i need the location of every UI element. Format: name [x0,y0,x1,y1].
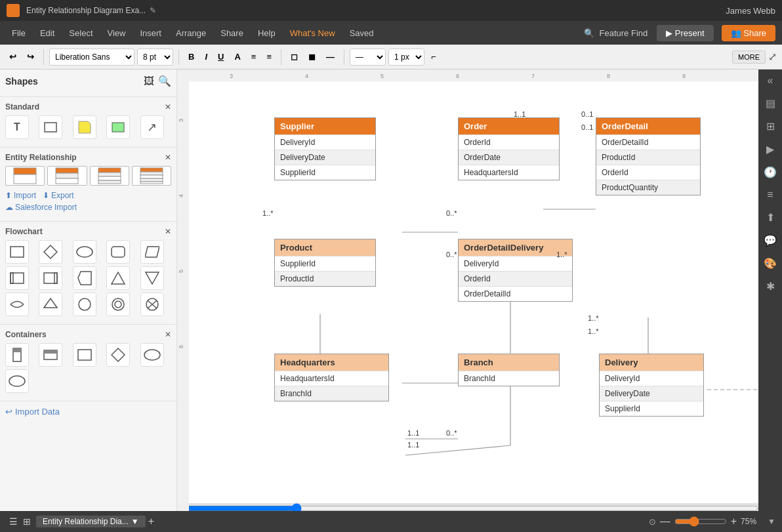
import-data-button[interactable]: ↩ Import Data [5,407,60,417]
cont-shape-2[interactable] [39,343,62,367]
fc-shape-6[interactable] [5,266,29,290]
connector-button[interactable]: ⌐ [427,49,440,64]
font-name-select[interactable]: Liberation Sans [49,49,134,66]
entity-headquarters[interactable]: Headquarters HeadquartersId BranchId [274,354,389,401]
menu-whats-new[interactable]: What's New [285,26,340,41]
rp-clock-icon[interactable]: 🕐 [764,166,777,178]
zoom-reset-icon[interactable]: ⊙ [649,517,656,527]
shape-arrow[interactable]: ↗ [140,115,164,139]
add-page-button[interactable]: + [148,516,154,527]
view-list-button[interactable]: ☰ [7,516,20,527]
italic-button[interactable]: I [201,49,211,64]
er-shape-4[interactable] [132,166,171,186]
zoom-in-button[interactable]: + [731,516,737,527]
fc-shape-1[interactable] [5,240,29,264]
menu-insert[interactable]: Insert [134,26,167,41]
entity-order[interactable]: Order OrderId OrderDate HeadquartersId [458,117,560,180]
entity-delivery[interactable]: Delivery DeliveryId DeliveryDate Supplie… [599,354,704,417]
rp-play-icon[interactable]: ▶ [766,143,774,155]
menu-view[interactable]: View [102,26,131,41]
cont-shape-6[interactable] [5,369,29,393]
fc-shape-10[interactable] [140,266,164,290]
menu-file[interactable]: File [7,26,31,41]
canvas-scroll-slider[interactable] [177,503,758,511]
cont-shape-1[interactable] [5,343,29,367]
cont-shape-4[interactable] [106,343,130,367]
entity-product[interactable]: Product SupplierId ProductId [274,239,376,287]
containers-close[interactable]: ✕ [165,330,171,339]
bold-button[interactable]: B [184,49,198,64]
fc-shape-2[interactable] [39,240,62,264]
menu-help[interactable]: Help [253,26,281,41]
canvas-scrollbar[interactable] [177,503,758,511]
rp-palette-icon[interactable]: 🎨 [764,257,777,270]
fill2-button[interactable]: ◼ [304,49,319,64]
entity-supplier[interactable]: Supplier DeliveryId DeliveryDate Supplie… [274,117,376,180]
shape-rect[interactable] [39,115,62,139]
menu-arrange[interactable]: Arrange [171,26,211,41]
stroke-button[interactable]: — [322,49,339,64]
shape-colored-rect[interactable] [106,115,130,139]
image-icon-button[interactable]: 🖼 [144,75,154,87]
fc-shape-7[interactable] [39,266,62,290]
undo-button[interactable]: ↩ [5,49,20,64]
standard-close[interactable]: ✕ [165,102,171,112]
more-button[interactable]: MORE [732,51,766,64]
stroke-style-select[interactable]: — [350,49,386,66]
fc2-shape-5[interactable] [140,293,164,316]
zoom-out-button[interactable]: — [660,516,670,527]
stroke-px-select[interactable]: 1 px [388,49,424,66]
expand-button[interactable]: ⤢ [768,51,777,63]
underline-button[interactable]: U [214,49,228,64]
cont-shape-5[interactable] [140,343,164,367]
menu-share[interactable]: Share [215,26,249,41]
search-icon-button[interactable]: 🔍 [158,75,171,87]
font-size-select[interactable]: 8 pt [137,49,173,66]
rp-upload-icon[interactable]: ⬆ [766,211,775,224]
menu-saved[interactable]: Saved [344,26,379,41]
flowchart-close[interactable]: ✕ [165,227,171,236]
fc2-shape-3[interactable] [73,293,96,316]
cont-shape-3[interactable] [73,343,96,367]
er-close[interactable]: ✕ [165,153,171,162]
salesforce-button[interactable]: ☁ Salesforce Import [5,203,171,212]
rp-plugin-icon[interactable]: ✱ [766,280,775,293]
page-tab[interactable]: Entity Relationship Dia... ▼ [36,516,146,527]
view-grid-button[interactable]: ⊞ [20,516,33,527]
diagram-canvas[interactable]: Supplier DeliveryId DeliveryDate Supplie… [189,81,758,511]
menu-select[interactable]: Select [64,26,98,41]
export-button[interactable]: ⬇ Export [43,191,74,200]
shape-text[interactable]: T [5,115,29,139]
rp-collapse-icon[interactable]: « [768,75,773,87]
edit-icon[interactable]: ✎ [150,6,156,15]
fc-shape-9[interactable] [106,266,130,290]
fill-button[interactable]: ◻ [287,49,302,64]
rp-chat-icon[interactable]: 💬 [764,234,777,247]
entity-orderdetail[interactable]: OrderDetail OrderDetailId ProductId Orde… [596,117,701,195]
fc2-shape-1[interactable] [5,293,29,316]
page-dropdown-icon[interactable]: ▼ [131,517,139,526]
fc2-shape-4[interactable] [106,293,130,316]
er-shape-3[interactable] [90,166,129,186]
entity-branch[interactable]: Branch BranchId [458,354,560,386]
fc-shape-5[interactable] [140,240,164,264]
align-center-button[interactable]: ≡ [262,49,276,64]
share-button[interactable]: 👥 Share [722,25,775,41]
font-color-button[interactable]: A [230,49,244,64]
er-shape-1[interactable] [5,166,45,186]
rp-grid-icon[interactable]: ⊞ [766,120,775,133]
entity-orderdetaildelivery[interactable]: OrderDetailDelivery DeliveryId OrderId O… [458,239,573,302]
canvas-area[interactable]: 3 4 5 6 7 8 9 3 4 5 6 [177,70,758,511]
rp-layers-icon[interactable]: ≡ [767,189,773,201]
menu-edit[interactable]: Edit [35,26,60,41]
fc-shape-3[interactable] [73,240,96,264]
zoom-dropdown-icon[interactable]: ▼ [768,517,775,526]
import-button[interactable]: ⬆ Import [5,191,36,200]
fc2-shape-2[interactable] [39,293,62,316]
zoom-slider[interactable] [674,516,727,527]
present-button[interactable]: ▶ Present [657,25,713,41]
rp-format-icon[interactable]: ▤ [766,97,775,110]
align-left-button[interactable]: ≡ [247,49,260,64]
redo-button[interactable]: ↪ [23,49,38,64]
er-shape-2[interactable] [47,166,87,186]
